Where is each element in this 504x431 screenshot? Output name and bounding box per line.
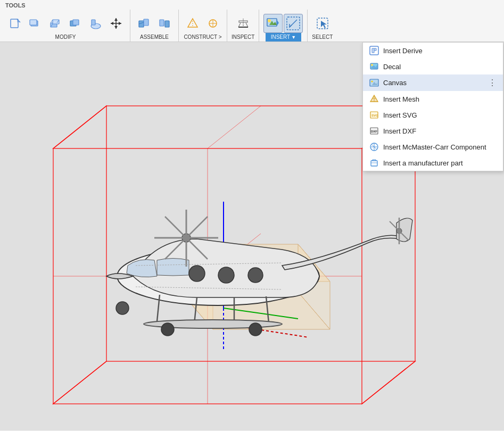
- svg-text:DXF: DXF: [371, 130, 377, 133]
- divider-5: [307, 10, 308, 42]
- canvas-label: Canvas: [383, 79, 484, 87]
- menu-insert-derive[interactable]: Insert Derive: [363, 43, 503, 59]
- decal-label: Decal: [383, 63, 497, 71]
- group-assemble: ASSEMBLE: [131, 14, 177, 42]
- group-inspect: INSPECT: [228, 14, 258, 42]
- menu-decal[interactable]: Decal: [363, 59, 503, 74]
- insert-btn[interactable]: [263, 14, 283, 33]
- move-btn[interactable]: [106, 14, 126, 33]
- svg-point-41: [268, 19, 271, 22]
- svg-rect-13: [92, 20, 95, 25]
- menu-canvas[interactable]: Canvas ⋮: [363, 74, 503, 91]
- group-modify: MODIFY: [2, 14, 129, 42]
- mcmaster-icon: [369, 142, 379, 152]
- menu-insert-svg[interactable]: SVG Insert SVG: [363, 107, 503, 123]
- mfr-label: Insert a manufacturer part: [383, 159, 497, 167]
- mcmaster-label: Insert McMaster-Carr Component: [383, 143, 497, 151]
- tools-title: TOOLS: [0, 2, 504, 10]
- svg-rect-104: [371, 161, 377, 166]
- new-btn[interactable]: [5, 14, 24, 33]
- svg-marker-2: [17, 19, 20, 22]
- divider-2: [178, 10, 179, 42]
- divider-4: [259, 10, 259, 42]
- pushpull-btn[interactable]: [26, 14, 45, 33]
- menu-mfr-part[interactable]: Insert a manufacturer part: [363, 155, 503, 171]
- svg-line-43: [290, 20, 297, 27]
- svg-text:SVG: SVG: [371, 114, 378, 117]
- insert-arrow: ▼: [291, 35, 296, 40]
- insert-dropdown-menu: Insert Derive Decal Canvas ⋮: [362, 42, 503, 171]
- svg-rect-11: [73, 20, 79, 25]
- group-construct: CONSTRUCT >: [180, 14, 226, 42]
- svg-rect-4: [30, 20, 37, 25]
- select-btn[interactable]: [313, 14, 332, 33]
- assemble-label[interactable]: ASSEMBLE: [137, 33, 172, 42]
- insert-select-btn[interactable]: [284, 14, 303, 33]
- svg-rect-0: [11, 19, 18, 28]
- divider-3: [227, 10, 227, 42]
- svg-label: Insert SVG: [383, 111, 497, 119]
- svg-line-35: [246, 23, 248, 27]
- mesh-label: Insert Mesh: [383, 95, 497, 103]
- divider-1: [130, 10, 130, 42]
- svg-point-92: [371, 80, 373, 82]
- svg-line-34: [238, 23, 241, 27]
- dxf-label: Insert DXF: [383, 127, 497, 135]
- assemble-btn2[interactable]: [155, 14, 174, 33]
- sweep-btn[interactable]: [86, 14, 105, 33]
- extrude-btn[interactable]: [46, 14, 65, 33]
- construct-btn2[interactable]: [203, 14, 222, 33]
- construct-btn1[interactable]: [183, 14, 202, 33]
- select-label[interactable]: SELECT: [309, 33, 336, 42]
- canvas-icon: [369, 78, 379, 88]
- svg-rect-21: [144, 19, 148, 26]
- svg-rect-6: [53, 20, 59, 24]
- inspect-label[interactable]: INSPECT: [228, 33, 258, 42]
- svg-rect-24: [165, 21, 169, 27]
- revolve-btn[interactable]: [66, 14, 85, 33]
- mesh-icon: [369, 94, 379, 104]
- menu-mcmaster[interactable]: Insert McMaster-Carr Component: [363, 139, 503, 155]
- dxf-icon: DXF: [369, 126, 379, 136]
- viewport: Insert Derive Decal Canvas ⋮: [0, 42, 504, 430]
- svg-point-89: [371, 64, 373, 66]
- derive-icon: [369, 46, 379, 55]
- svg-marker-45: [321, 21, 327, 28]
- svg-point-79: [248, 268, 263, 283]
- derive-label: Insert Derive: [383, 47, 497, 55]
- inspect-btn[interactable]: [234, 14, 253, 33]
- svg-rect-23: [160, 20, 164, 26]
- svg-point-80: [116, 302, 129, 314]
- svg-point-78: [218, 267, 234, 283]
- svg-point-77: [189, 266, 205, 281]
- group-insert: INSERT ▼: [260, 14, 306, 42]
- svg-point-82: [249, 323, 262, 336]
- construct-label[interactable]: CONSTRUCT >: [180, 33, 225, 42]
- modify-label[interactable]: MODIFY: [52, 33, 79, 42]
- canvas-more-icon[interactable]: ⋮: [488, 78, 497, 88]
- toolbar: TOOLS: [0, 0, 504, 42]
- assemble-btn1[interactable]: [135, 14, 154, 33]
- menu-insert-mesh[interactable]: Insert Mesh: [363, 91, 503, 107]
- group-select: SELECT: [309, 14, 336, 42]
- decal-icon: [369, 62, 379, 71]
- menu-insert-dxf[interactable]: DXF Insert DXF: [363, 123, 503, 139]
- insert-label[interactable]: INSERT ▼: [266, 33, 301, 42]
- mfr-icon: [369, 158, 379, 168]
- svg-icon: SVG: [369, 110, 379, 120]
- svg-point-81: [161, 323, 174, 336]
